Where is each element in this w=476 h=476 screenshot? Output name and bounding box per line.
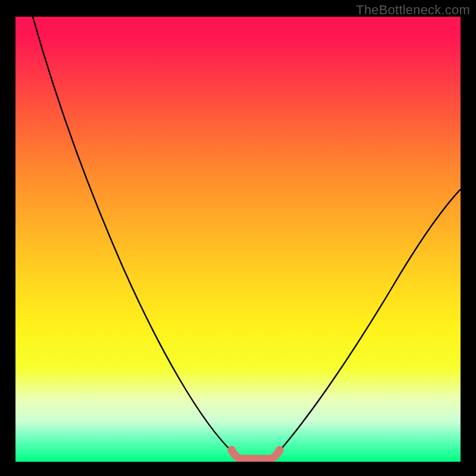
flat-minimum-marker xyxy=(231,450,280,459)
plot-area xyxy=(15,17,461,462)
watermark-text: TheBottleneck.com xyxy=(356,2,470,18)
curve-left-branch xyxy=(33,17,233,453)
curve-right-branch xyxy=(278,189,461,453)
curve-layer xyxy=(15,17,461,462)
chart-frame: TheBottleneck.com xyxy=(0,0,476,476)
